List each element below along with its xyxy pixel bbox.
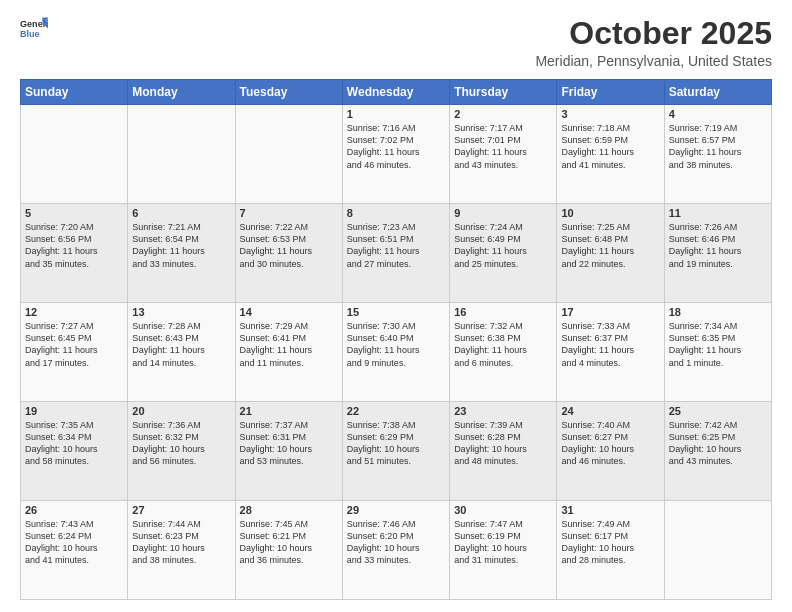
day-number: 29 bbox=[347, 504, 445, 516]
day-info: Sunrise: 7:21 AM Sunset: 6:54 PM Dayligh… bbox=[132, 221, 230, 270]
calendar-cell: 19Sunrise: 7:35 AM Sunset: 6:34 PM Dayli… bbox=[21, 402, 128, 501]
calendar-week-5: 26Sunrise: 7:43 AM Sunset: 6:24 PM Dayli… bbox=[21, 501, 772, 600]
day-info: Sunrise: 7:40 AM Sunset: 6:27 PM Dayligh… bbox=[561, 419, 659, 468]
subtitle: Meridian, Pennsylvania, United States bbox=[535, 53, 772, 69]
day-number: 1 bbox=[347, 108, 445, 120]
day-number: 24 bbox=[561, 405, 659, 417]
col-header-friday: Friday bbox=[557, 80, 664, 105]
calendar-cell: 5Sunrise: 7:20 AM Sunset: 6:56 PM Daylig… bbox=[21, 204, 128, 303]
day-info: Sunrise: 7:30 AM Sunset: 6:40 PM Dayligh… bbox=[347, 320, 445, 369]
day-info: Sunrise: 7:17 AM Sunset: 7:01 PM Dayligh… bbox=[454, 122, 552, 171]
calendar-cell: 15Sunrise: 7:30 AM Sunset: 6:40 PM Dayli… bbox=[342, 303, 449, 402]
day-number: 21 bbox=[240, 405, 338, 417]
calendar-cell bbox=[128, 105, 235, 204]
day-number: 6 bbox=[132, 207, 230, 219]
calendar-cell: 22Sunrise: 7:38 AM Sunset: 6:29 PM Dayli… bbox=[342, 402, 449, 501]
calendar-cell bbox=[21, 105, 128, 204]
calendar-cell: 31Sunrise: 7:49 AM Sunset: 6:17 PM Dayli… bbox=[557, 501, 664, 600]
calendar-cell: 25Sunrise: 7:42 AM Sunset: 6:25 PM Dayli… bbox=[664, 402, 771, 501]
day-info: Sunrise: 7:28 AM Sunset: 6:43 PM Dayligh… bbox=[132, 320, 230, 369]
calendar-table: SundayMondayTuesdayWednesdayThursdayFrid… bbox=[20, 79, 772, 600]
day-info: Sunrise: 7:35 AM Sunset: 6:34 PM Dayligh… bbox=[25, 419, 123, 468]
calendar-cell: 6Sunrise: 7:21 AM Sunset: 6:54 PM Daylig… bbox=[128, 204, 235, 303]
calendar-cell: 17Sunrise: 7:33 AM Sunset: 6:37 PM Dayli… bbox=[557, 303, 664, 402]
day-number: 7 bbox=[240, 207, 338, 219]
day-number: 15 bbox=[347, 306, 445, 318]
day-info: Sunrise: 7:45 AM Sunset: 6:21 PM Dayligh… bbox=[240, 518, 338, 567]
day-number: 17 bbox=[561, 306, 659, 318]
calendar-cell: 13Sunrise: 7:28 AM Sunset: 6:43 PM Dayli… bbox=[128, 303, 235, 402]
calendar-cell: 14Sunrise: 7:29 AM Sunset: 6:41 PM Dayli… bbox=[235, 303, 342, 402]
col-header-monday: Monday bbox=[128, 80, 235, 105]
calendar-cell: 28Sunrise: 7:45 AM Sunset: 6:21 PM Dayli… bbox=[235, 501, 342, 600]
day-info: Sunrise: 7:36 AM Sunset: 6:32 PM Dayligh… bbox=[132, 419, 230, 468]
day-info: Sunrise: 7:44 AM Sunset: 6:23 PM Dayligh… bbox=[132, 518, 230, 567]
day-number: 31 bbox=[561, 504, 659, 516]
calendar-cell: 18Sunrise: 7:34 AM Sunset: 6:35 PM Dayli… bbox=[664, 303, 771, 402]
day-number: 2 bbox=[454, 108, 552, 120]
day-number: 11 bbox=[669, 207, 767, 219]
logo-icon: General Blue bbox=[20, 16, 48, 44]
day-number: 19 bbox=[25, 405, 123, 417]
calendar-cell: 26Sunrise: 7:43 AM Sunset: 6:24 PM Dayli… bbox=[21, 501, 128, 600]
day-info: Sunrise: 7:34 AM Sunset: 6:35 PM Dayligh… bbox=[669, 320, 767, 369]
day-info: Sunrise: 7:49 AM Sunset: 6:17 PM Dayligh… bbox=[561, 518, 659, 567]
day-info: Sunrise: 7:16 AM Sunset: 7:02 PM Dayligh… bbox=[347, 122, 445, 171]
day-number: 3 bbox=[561, 108, 659, 120]
col-header-wednesday: Wednesday bbox=[342, 80, 449, 105]
day-number: 12 bbox=[25, 306, 123, 318]
day-info: Sunrise: 7:26 AM Sunset: 6:46 PM Dayligh… bbox=[669, 221, 767, 270]
day-info: Sunrise: 7:24 AM Sunset: 6:49 PM Dayligh… bbox=[454, 221, 552, 270]
calendar-cell: 7Sunrise: 7:22 AM Sunset: 6:53 PM Daylig… bbox=[235, 204, 342, 303]
day-number: 4 bbox=[669, 108, 767, 120]
calendar-cell: 2Sunrise: 7:17 AM Sunset: 7:01 PM Daylig… bbox=[450, 105, 557, 204]
day-info: Sunrise: 7:25 AM Sunset: 6:48 PM Dayligh… bbox=[561, 221, 659, 270]
calendar-cell: 20Sunrise: 7:36 AM Sunset: 6:32 PM Dayli… bbox=[128, 402, 235, 501]
day-info: Sunrise: 7:43 AM Sunset: 6:24 PM Dayligh… bbox=[25, 518, 123, 567]
day-number: 10 bbox=[561, 207, 659, 219]
calendar-cell bbox=[235, 105, 342, 204]
calendar-cell: 21Sunrise: 7:37 AM Sunset: 6:31 PM Dayli… bbox=[235, 402, 342, 501]
calendar-cell: 27Sunrise: 7:44 AM Sunset: 6:23 PM Dayli… bbox=[128, 501, 235, 600]
calendar-cell: 8Sunrise: 7:23 AM Sunset: 6:51 PM Daylig… bbox=[342, 204, 449, 303]
col-header-sunday: Sunday bbox=[21, 80, 128, 105]
calendar-cell: 30Sunrise: 7:47 AM Sunset: 6:19 PM Dayli… bbox=[450, 501, 557, 600]
day-info: Sunrise: 7:46 AM Sunset: 6:20 PM Dayligh… bbox=[347, 518, 445, 567]
day-info: Sunrise: 7:18 AM Sunset: 6:59 PM Dayligh… bbox=[561, 122, 659, 171]
day-info: Sunrise: 7:29 AM Sunset: 6:41 PM Dayligh… bbox=[240, 320, 338, 369]
col-header-tuesday: Tuesday bbox=[235, 80, 342, 105]
header: General Blue October 2025 Meridian, Penn… bbox=[20, 16, 772, 69]
col-header-saturday: Saturday bbox=[664, 80, 771, 105]
day-info: Sunrise: 7:22 AM Sunset: 6:53 PM Dayligh… bbox=[240, 221, 338, 270]
day-number: 26 bbox=[25, 504, 123, 516]
calendar-cell: 29Sunrise: 7:46 AM Sunset: 6:20 PM Dayli… bbox=[342, 501, 449, 600]
day-number: 22 bbox=[347, 405, 445, 417]
calendar-cell: 4Sunrise: 7:19 AM Sunset: 6:57 PM Daylig… bbox=[664, 105, 771, 204]
title-block: October 2025 Meridian, Pennsylvania, Uni… bbox=[535, 16, 772, 69]
day-number: 20 bbox=[132, 405, 230, 417]
calendar-cell: 10Sunrise: 7:25 AM Sunset: 6:48 PM Dayli… bbox=[557, 204, 664, 303]
calendar-cell: 3Sunrise: 7:18 AM Sunset: 6:59 PM Daylig… bbox=[557, 105, 664, 204]
day-number: 13 bbox=[132, 306, 230, 318]
day-info: Sunrise: 7:23 AM Sunset: 6:51 PM Dayligh… bbox=[347, 221, 445, 270]
day-info: Sunrise: 7:19 AM Sunset: 6:57 PM Dayligh… bbox=[669, 122, 767, 171]
day-number: 27 bbox=[132, 504, 230, 516]
day-info: Sunrise: 7:33 AM Sunset: 6:37 PM Dayligh… bbox=[561, 320, 659, 369]
day-info: Sunrise: 7:32 AM Sunset: 6:38 PM Dayligh… bbox=[454, 320, 552, 369]
calendar-cell: 11Sunrise: 7:26 AM Sunset: 6:46 PM Dayli… bbox=[664, 204, 771, 303]
day-number: 9 bbox=[454, 207, 552, 219]
calendar-cell: 1Sunrise: 7:16 AM Sunset: 7:02 PM Daylig… bbox=[342, 105, 449, 204]
day-info: Sunrise: 7:39 AM Sunset: 6:28 PM Dayligh… bbox=[454, 419, 552, 468]
day-number: 16 bbox=[454, 306, 552, 318]
svg-text:Blue: Blue bbox=[20, 29, 40, 39]
calendar-cell: 12Sunrise: 7:27 AM Sunset: 6:45 PM Dayli… bbox=[21, 303, 128, 402]
day-number: 28 bbox=[240, 504, 338, 516]
calendar-cell: 24Sunrise: 7:40 AM Sunset: 6:27 PM Dayli… bbox=[557, 402, 664, 501]
day-number: 14 bbox=[240, 306, 338, 318]
day-info: Sunrise: 7:20 AM Sunset: 6:56 PM Dayligh… bbox=[25, 221, 123, 270]
day-info: Sunrise: 7:47 AM Sunset: 6:19 PM Dayligh… bbox=[454, 518, 552, 567]
day-info: Sunrise: 7:42 AM Sunset: 6:25 PM Dayligh… bbox=[669, 419, 767, 468]
day-number: 25 bbox=[669, 405, 767, 417]
calendar-cell: 9Sunrise: 7:24 AM Sunset: 6:49 PM Daylig… bbox=[450, 204, 557, 303]
calendar-cell bbox=[664, 501, 771, 600]
